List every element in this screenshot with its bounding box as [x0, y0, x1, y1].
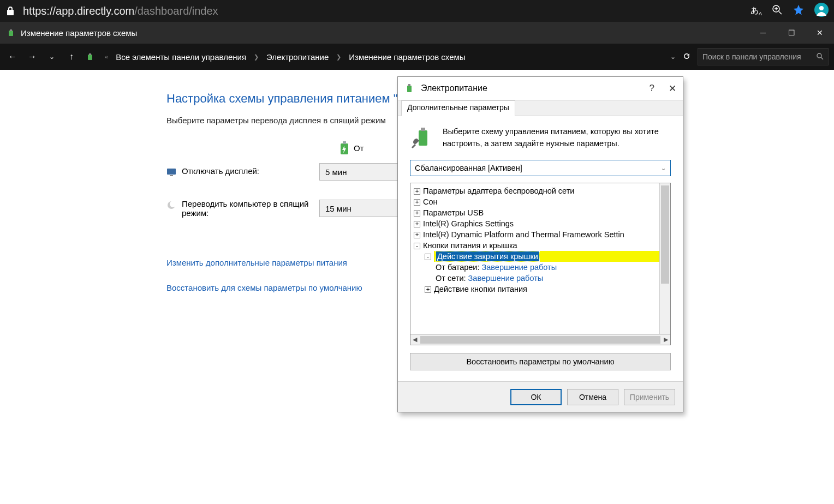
sleep-timeout-dropdown[interactable]: 15 мин — [319, 200, 401, 217]
tree-leaf-label: От сети: — [436, 274, 466, 283]
search-placeholder: Поиск в панели управления — [702, 52, 801, 61]
expand-icon[interactable]: + — [425, 286, 431, 293]
battery-plug-icon — [404, 83, 415, 94]
tree-leaf-value[interactable]: Завершение работы — [482, 263, 557, 272]
chevron-right-icon: ❯ — [254, 53, 259, 61]
apply-button[interactable]: Применить — [624, 389, 675, 405]
breadcrumb-root[interactable]: Все элементы панели управления — [116, 52, 246, 62]
tree-node-selected[interactable]: Действие закрытия крышки — [436, 251, 539, 261]
expand-icon[interactable]: + — [414, 199, 420, 206]
svg-rect-13 — [343, 141, 346, 144]
svg-rect-21 — [421, 128, 425, 131]
svg-line-22 — [412, 145, 415, 148]
translate-icon[interactable]: あA — [750, 5, 762, 16]
dialog-tabs: Дополнительные параметры — [398, 100, 683, 116]
chevron-right-icon: ❯ — [336, 53, 341, 61]
window-title-text: Изменение параметров схемы — [21, 28, 137, 38]
svg-point-5 — [819, 6, 824, 10]
battery-icon — [85, 51, 96, 62]
tree-node[interactable]: Действие кнопки питания — [434, 285, 527, 293]
cancel-button[interactable]: Отмена — [567, 389, 618, 405]
nav-recent-icon[interactable]: ⌄ — [45, 53, 59, 61]
nav-up-icon[interactable]: ↑ — [64, 52, 79, 62]
svg-rect-9 — [89, 53, 91, 55]
svg-rect-8 — [88, 55, 92, 60]
svg-rect-18 — [407, 86, 412, 92]
svg-rect-15 — [170, 175, 173, 176]
settings-tree[interactable]: +Параметры адаптера беспроводной сети +С… — [410, 183, 659, 334]
svg-rect-14 — [167, 169, 176, 175]
svg-line-1 — [779, 11, 782, 14]
svg-point-17 — [170, 201, 176, 207]
expand-icon[interactable]: + — [414, 188, 420, 195]
chevron-down-icon[interactable]: ⌄ — [670, 53, 676, 61]
maximize-button[interactable]: ☐ — [777, 22, 806, 44]
nav-forward-icon[interactable]: → — [25, 52, 39, 62]
profile-avatar-icon[interactable] — [814, 3, 829, 19]
close-button[interactable]: ✕ — [806, 22, 834, 44]
dialog-title-text: Электропитание — [421, 83, 487, 93]
power-options-dialog: Электропитание ? ✕ Дополнительные параме… — [397, 76, 683, 412]
search-input[interactable]: Поиск в панели управления — [698, 48, 829, 65]
tree-node[interactable]: Intel(R) Graphics Settings — [423, 219, 514, 228]
tree-leaf-label: От батареи: — [436, 263, 479, 272]
dialog-titlebar: Электропитание ? ✕ — [398, 77, 683, 100]
zoom-icon[interactable] — [772, 4, 783, 17]
tree-node[interactable]: Параметры адаптера беспроводной сети — [423, 187, 574, 195]
expand-icon[interactable]: + — [414, 232, 420, 238]
tab-advanced[interactable]: Дополнительные параметры — [401, 100, 515, 116]
svg-rect-20 — [419, 130, 427, 146]
collapse-icon[interactable]: - — [425, 254, 431, 260]
battery-icon — [338, 140, 350, 155]
nav-back-icon[interactable]: ← — [5, 52, 20, 62]
scroll-right-icon[interactable]: ▶ — [664, 336, 668, 343]
breadcrumb-root-hint: « — [105, 53, 108, 60]
row-display-label: Отключать дисплей: — [182, 166, 259, 176]
svg-rect-7 — [10, 29, 12, 31]
battery-plug-large-icon — [410, 126, 434, 150]
scheme-dropdown[interactable]: Сбалансированная [Активен] ⌄ — [410, 160, 671, 176]
search-icon — [816, 52, 824, 62]
tree-node[interactable]: Кнопки питания и крышка — [423, 241, 517, 250]
breadcrumb-mid[interactable]: Электропитание — [266, 52, 329, 62]
scroll-left-icon[interactable]: ◀ — [413, 336, 417, 343]
dialog-message: Выберите схему управления питанием, кото… — [443, 126, 671, 150]
link-advanced-settings[interactable]: Изменить дополнительные параметры питани… — [166, 258, 347, 267]
close-dialog-icon[interactable]: ✕ — [669, 83, 676, 94]
restore-defaults-button[interactable]: Восстановить параметры по умолчанию — [410, 353, 671, 370]
display-timeout-dropdown[interactable]: 5 мин — [319, 163, 401, 181]
ok-button[interactable]: ОК — [510, 389, 562, 405]
svg-point-10 — [817, 53, 821, 58]
browser-address-bar: https://app.directly.com/dashboard/index… — [0, 0, 834, 22]
window-titlebar: Изменение параметров схемы ─ ☐ ✕ — [0, 22, 834, 44]
tree-node[interactable]: Сон — [423, 197, 438, 206]
row-sleep-label: Переводить компьютер в спящий режим: — [182, 199, 319, 218]
display-icon — [166, 167, 176, 177]
vertical-scrollbar[interactable] — [659, 183, 670, 334]
tree-leaf-value[interactable]: Завершение работы — [468, 274, 544, 283]
link-restore-defaults[interactable]: Восстановить для схемы параметры по умол… — [166, 283, 362, 292]
breadcrumb-leaf[interactable]: Изменение параметров схемы — [349, 52, 465, 62]
refresh-icon[interactable] — [682, 52, 691, 62]
chevron-down-icon: ⌄ — [661, 165, 666, 172]
svg-line-11 — [821, 57, 823, 59]
horizontal-scrollbar[interactable]: ◀▶ — [410, 334, 671, 345]
svg-rect-6 — [9, 31, 13, 36]
tree-node[interactable]: Intel(R) Dynamic Platform and Thermal Fr… — [423, 230, 624, 239]
svg-rect-19 — [408, 84, 410, 86]
explorer-nav-bar: ← → ⌄ ↑ « Все элементы панели управления… — [0, 44, 834, 70]
expand-icon[interactable]: + — [414, 221, 420, 227]
minimize-button[interactable]: ─ — [749, 22, 777, 44]
moon-icon — [166, 200, 176, 210]
favorite-star-icon[interactable] — [793, 4, 805, 18]
tree-node[interactable]: Параметры USB — [423, 208, 484, 217]
expand-icon[interactable]: + — [414, 210, 420, 217]
battery-icon — [7, 28, 16, 38]
lock-icon — [5, 6, 15, 16]
collapse-icon[interactable]: - — [414, 243, 420, 249]
address-url[interactable]: https://app.directly.com/dashboard/index — [23, 5, 743, 17]
help-icon[interactable]: ? — [650, 83, 654, 94]
